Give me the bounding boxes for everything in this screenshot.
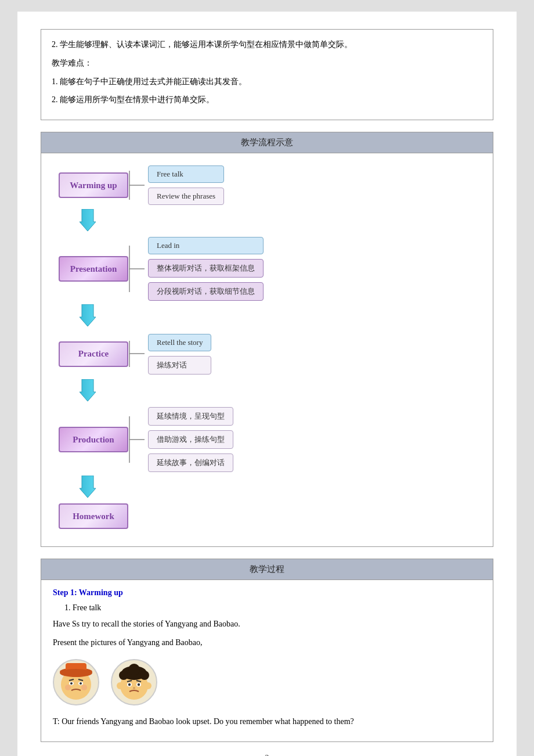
yangyang-image xyxy=(53,659,99,705)
sub-segment-listen: 分段视听对话，获取细节信息 xyxy=(148,282,264,301)
info-line-4: 2. 能够运用所学句型在情景中进行简单交际。 xyxy=(52,93,482,107)
item-number: 1. xyxy=(64,603,73,612)
arrow-3 xyxy=(80,379,96,404)
step1-title: Step 1: Warming up xyxy=(53,588,481,597)
svg-marker-2 xyxy=(80,379,96,401)
svg-point-18 xyxy=(119,671,128,680)
item-label: Free talk xyxy=(73,603,101,612)
character-images-row xyxy=(53,659,481,705)
bracket-presentation xyxy=(128,237,146,301)
svg-point-14 xyxy=(65,685,71,690)
page: 2. 学生能够理解、认读本课词汇，能够运用本课所学句型在相应情景中做简单交际。 … xyxy=(17,12,517,756)
para-2: Present the pictures of Yangyang and Bao… xyxy=(53,636,481,650)
process-header: 教学过程 xyxy=(41,559,493,580)
svg-point-20 xyxy=(128,664,140,675)
flow-diagram-header: 教学流程示意 xyxy=(41,132,493,153)
svg-marker-1 xyxy=(80,304,96,326)
sub-game-drill: 借助游戏，操练句型 xyxy=(148,430,233,449)
sub-whole-listen: 整体视听对话，获取框架信息 xyxy=(148,259,264,278)
homework-row: Homework xyxy=(59,503,475,529)
arrow-1 xyxy=(80,209,96,233)
sub-retell: Retell the story xyxy=(148,334,211,351)
arrow-down-svg-4 xyxy=(80,476,96,498)
stage-warming-up: Warming up xyxy=(59,172,128,198)
svg-point-11 xyxy=(80,682,82,685)
para-1: Have Ss try to recall the stories of Yan… xyxy=(53,617,481,631)
sub-create-dialogue: 延续故事，创编对话 xyxy=(148,453,233,472)
warming-up-row: Warming up Free talk Review the phrases xyxy=(59,165,475,206)
production-row: Production 延续情境，呈现句型 借助游戏，操练句型 延续故事，创编对话 xyxy=(59,407,475,472)
svg-point-9 xyxy=(70,682,73,685)
sub-lead-in: Lead in xyxy=(148,237,264,254)
svg-marker-3 xyxy=(80,476,96,498)
baobao-svg xyxy=(112,660,156,704)
arrow-2 xyxy=(80,304,96,329)
bracket-warming xyxy=(128,165,146,206)
arrow-4 xyxy=(80,476,96,500)
svg-point-7 xyxy=(60,669,92,677)
stage-homework: Homework xyxy=(59,503,128,529)
sub-drill-dialogue: 操练对话 xyxy=(148,356,211,375)
sub-review-phrases: Review the phrases xyxy=(148,188,224,205)
warming-up-block: Warming up Free talk Review the phrases xyxy=(59,165,475,206)
final-line: T: Our friends Yangyang and Baobao look … xyxy=(53,715,481,729)
svg-point-29 xyxy=(133,687,135,689)
presentation-block: Presentation Lead in 整体视听对话，获取框架信息 分段视听对… xyxy=(59,237,475,301)
page-number: —2— xyxy=(41,754,493,756)
info-line-2: 教学难点： xyxy=(52,56,482,70)
flow-diagram-content: Warming up Free talk Review the phrases xyxy=(41,153,493,546)
svg-point-22 xyxy=(145,682,151,689)
svg-point-19 xyxy=(140,671,149,680)
svg-point-24 xyxy=(128,683,131,686)
info-line-3: 1. 能够在句子中正确使用过去式并能正确读出其发音。 xyxy=(52,75,482,89)
svg-point-26 xyxy=(138,683,140,686)
practice-row: Practice Retell the story 操练对话 xyxy=(59,332,475,376)
bracket-practice xyxy=(128,332,146,376)
production-block: Production 延续情境，呈现句型 借助游戏，操练句型 延续故事，创编对话 xyxy=(59,407,475,472)
stage-presentation: Presentation xyxy=(59,256,128,282)
sub-extend-context: 延续情境，呈现句型 xyxy=(148,407,233,426)
practice-block: Practice Retell the story 操练对话 xyxy=(59,332,475,376)
svg-marker-0 xyxy=(80,209,96,231)
presentation-sub-items: Lead in 整体视听对话，获取框架信息 分段视听对话，获取细节信息 xyxy=(148,237,264,301)
flow-diagram-box: 教学流程示意 Warming up Free talk Review the p… xyxy=(41,132,493,547)
bracket-production xyxy=(128,408,146,471)
process-content: Step 1: Warming up 1. Free talk Have Ss … xyxy=(41,580,493,741)
production-sub-items: 延续情境，呈现句型 借助游戏，操练句型 延续故事，创编对话 xyxy=(148,407,233,472)
arrow-down-svg-3 xyxy=(80,379,96,401)
practice-sub-items: Retell the story 操练对话 xyxy=(148,334,211,375)
stage-production: Production xyxy=(59,427,128,452)
warming-sub-items: Free talk Review the phrases xyxy=(148,165,224,205)
baobao-image xyxy=(111,659,157,705)
sub-free-talk: Free talk xyxy=(148,165,224,183)
info-box: 2. 学生能够理解、认读本课词汇，能够运用本课所学句型在相应情景中做简单交际。 … xyxy=(41,29,493,120)
svg-point-15 xyxy=(81,685,87,690)
svg-point-21 xyxy=(117,682,124,689)
info-line-1: 2. 学生能够理解、认读本课词汇，能够运用本课所学句型在相应情景中做简单交际。 xyxy=(52,38,482,52)
homework-block: Homework xyxy=(59,503,475,529)
presentation-row: Presentation Lead in 整体视听对话，获取框架信息 分段视听对… xyxy=(59,237,475,301)
arrow-down-svg-2 xyxy=(80,304,96,326)
process-box: 教学过程 Step 1: Warming up 1. Free talk Hav… xyxy=(41,559,493,741)
stage-practice: Practice xyxy=(59,341,128,367)
numbered-item-1: 1. Free talk xyxy=(64,603,481,613)
yangyang-svg xyxy=(54,660,98,704)
arrow-down-svg-1 xyxy=(80,209,96,231)
